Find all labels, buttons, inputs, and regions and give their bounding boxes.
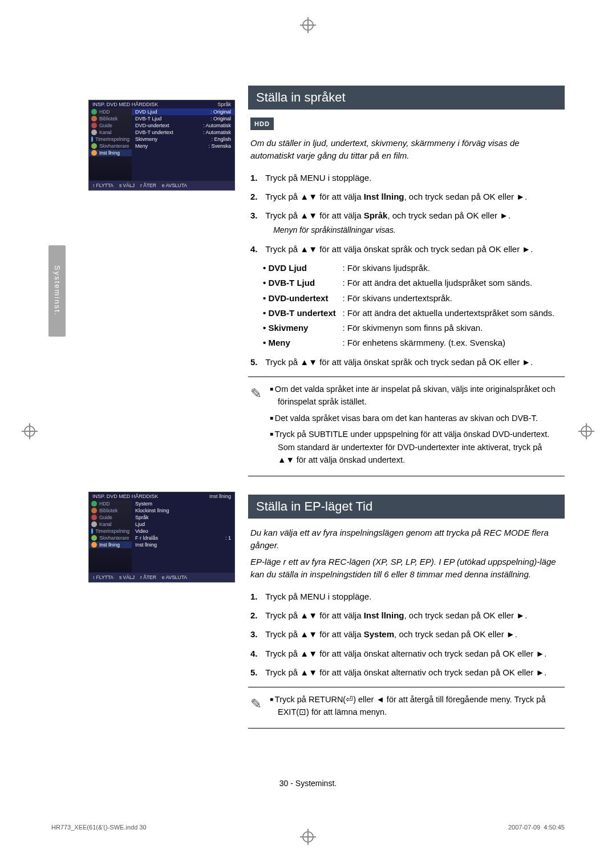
osd-sidebar-item: Skivhanterare bbox=[89, 143, 132, 149]
note-box-1: ✎ Om det valda språket inte är inspelat … bbox=[248, 377, 565, 476]
crop-mark-left bbox=[22, 423, 38, 439]
section-heading-ep-mode: Ställa in EP-läget Tid bbox=[248, 495, 565, 519]
osd-row: Klockinst llning bbox=[132, 507, 234, 514]
osd-sidebar: HDD Bibliotek Guide Kanal Timerinspelnin… bbox=[89, 500, 132, 572]
osd-sidebar-item: HDD bbox=[89, 108, 132, 115]
osd-list: DVD Ljud: Original DVB-T Ljud: Original … bbox=[132, 108, 234, 180]
osd-row: Inst llning bbox=[132, 541, 234, 548]
osd-row: F r ldralås: 1 bbox=[132, 535, 234, 541]
osd-row: Språk bbox=[132, 514, 234, 521]
osd-sidebar-item: Inst llning bbox=[89, 541, 132, 548]
step2-5: 5. Tryck på ▲▼ för att välja önskat alte… bbox=[250, 666, 565, 679]
osd-footer: ↕ FLYTTA s VÄLJ r ÅTER e AVSLUTA bbox=[89, 181, 234, 190]
footer-file: HR773_XEE(61(&'()-SWE.indd 30 bbox=[51, 824, 147, 831]
osd-sidebar-item: HDD bbox=[89, 500, 132, 507]
osd-sidebar: HDD Bibliotek Guide Kanal Timerinspelnin… bbox=[89, 108, 132, 180]
step-4: 4. Tryck på ▲▼ för att välja önskat språ… bbox=[250, 242, 565, 256]
step-1: 1. Tryck på MENU i stoppläge. bbox=[250, 171, 565, 184]
note-icon: ✎ bbox=[250, 693, 266, 714]
step2-2: 2. Tryck på ▲▼ för att välja Inst llning… bbox=[250, 609, 565, 622]
footer-date: 2007-07-09 ￼ 4:50:45 bbox=[508, 824, 565, 831]
osd-sidebar-item: Timerinspelning bbox=[89, 528, 132, 535]
osd-title-left: INSP. DVD MED HÅRDDISK bbox=[92, 102, 158, 107]
language-option-list: • DVD Ljud: För skivans ljudspråk. • DVB… bbox=[263, 261, 565, 350]
media-badge-row: HDD bbox=[250, 118, 565, 130]
osd-sidebar-item: Skivhanterare bbox=[89, 535, 132, 541]
osd-row: DVB-T undertext: Automatisk bbox=[132, 129, 234, 136]
print-footer: HR773_XEE(61(&'()-SWE.indd 30 2007-07-09… bbox=[51, 824, 565, 831]
section-heading-language: Ställa in språket bbox=[248, 86, 565, 110]
osd-title-left: INSP. DVD MED HÅRDDISK bbox=[92, 493, 158, 499]
step-5: 5. Tryck på ▲▼ för att välja önskat språ… bbox=[250, 355, 565, 369]
crop-mark-top bbox=[300, 17, 316, 33]
step-3: 3. Tryck på ▲▼ för att välja Språk, och … bbox=[250, 209, 565, 237]
osd-sidebar-item: Bibliotek bbox=[89, 507, 132, 514]
note-icon: ✎ bbox=[250, 383, 266, 404]
page-number: 30 - Systeminst. bbox=[279, 779, 337, 788]
intro-text-2b: EP-läge r ett av fyra REC-lägen (XP, SP,… bbox=[250, 556, 565, 581]
osd-sidebar-item: Timerinspelning bbox=[89, 136, 132, 143]
osd-row: Meny: Svenska bbox=[132, 143, 234, 149]
intro-text: Om du ställer in ljud, undertext, skivme… bbox=[250, 137, 565, 162]
osd-row: DVD-undertext: Automatisk bbox=[132, 122, 234, 129]
osd-footer: ↕ FLYTTA s VÄLJ r ÅTER e AVSLUTA bbox=[89, 573, 234, 582]
osd-row: DVD Ljud: Original bbox=[132, 108, 234, 115]
step-2: 2. Tryck på ▲▼ för att välja Inst llning… bbox=[250, 190, 565, 203]
note-item: Tryck på RETURN(⏎) eller ◄ för att återg… bbox=[269, 693, 560, 719]
osd-sidebar-item: Guide bbox=[89, 122, 132, 129]
osd-title-right: Språk bbox=[217, 102, 231, 107]
osd-screenshot-language: INSP. DVD MED HÅRDDISK Språk HDD Bibliot… bbox=[88, 100, 235, 191]
osd-sidebar-item: Kanal bbox=[89, 521, 132, 528]
osd-row: Ljud bbox=[132, 521, 234, 528]
osd-screenshot-ep-mode: INSP. DVD MED HÅRDDISK Inst llning HDD B… bbox=[88, 492, 235, 582]
crop-mark-right bbox=[578, 423, 594, 439]
step2-4: 4. Tryck på ▲▼ för att välja önskat alte… bbox=[250, 647, 565, 660]
media-badge-hdd: HDD bbox=[250, 118, 274, 130]
intro-text-2a: Du kan välja ett av fyra inspelningsläge… bbox=[250, 527, 565, 552]
osd-row: DVB-T Ljud: Original bbox=[132, 115, 234, 122]
side-tab: Systeminst. bbox=[48, 245, 66, 337]
note-box-2: ✎ Tryck på RETURN(⏎) eller ◄ för att åte… bbox=[248, 687, 565, 729]
osd-sidebar-item: Kanal bbox=[89, 129, 132, 136]
step2-3: 3. Tryck på ▲▼ för att välja System, och… bbox=[250, 628, 565, 641]
osd-title-right: Inst llning bbox=[209, 493, 231, 499]
osd-row: System bbox=[132, 500, 234, 507]
note-item: Om det valda språket inte är inspelat på… bbox=[269, 383, 560, 408]
step-3-detail: Menyn för språkinställningar visas. bbox=[273, 224, 562, 237]
osd-list: System Klockinst llning Språk Ljud Video… bbox=[132, 500, 234, 572]
osd-sidebar-item: Guide bbox=[89, 514, 132, 521]
step2-1: 1. Tryck på MENU i stoppläge. bbox=[250, 590, 565, 603]
crop-mark-bottom bbox=[300, 829, 316, 845]
osd-sidebar-item: Bibliotek bbox=[89, 115, 132, 122]
osd-sidebar-item: Inst llning bbox=[89, 149, 132, 156]
note-item: Det valda språket visas bara om det kan … bbox=[269, 412, 560, 424]
osd-row: Skivmeny: English bbox=[132, 136, 234, 143]
note-item: Tryck på SUBTITLE under uppspelning för … bbox=[269, 428, 560, 466]
osd-row: Video bbox=[132, 528, 234, 535]
